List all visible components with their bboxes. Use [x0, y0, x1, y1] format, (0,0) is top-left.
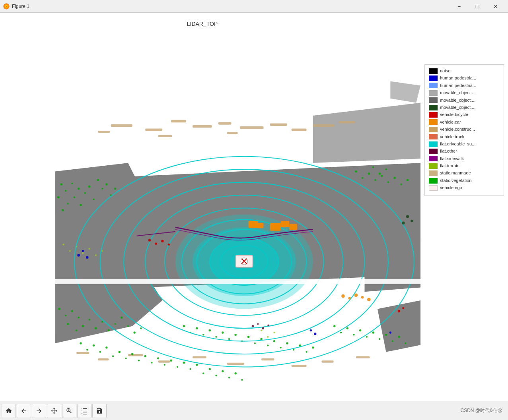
config-button[interactable]	[77, 404, 91, 418]
pan-button[interactable]	[47, 404, 61, 418]
title-bar-controls: − □ ✕	[450, 0, 505, 13]
svg-rect-32	[356, 356, 370, 358]
svg-point-103	[385, 168, 387, 170]
svg-point-121	[215, 336, 217, 338]
svg-point-95	[374, 179, 376, 181]
lidar-canvas[interactable]	[12, 37, 420, 401]
svg-point-36	[67, 203, 68, 205]
svg-rect-24	[98, 358, 109, 360]
svg-point-58	[95, 327, 97, 329]
legend-label: static.manmade	[440, 170, 471, 176]
legend-swatch	[429, 178, 438, 184]
svg-point-87	[215, 375, 217, 376]
svg-point-55	[76, 329, 77, 331]
legend-label: noise	[440, 68, 450, 74]
svg-rect-22	[227, 132, 238, 134]
save-button[interactable]	[92, 404, 107, 418]
svg-point-120	[209, 329, 211, 331]
svg-point-49	[114, 188, 116, 190]
svg-point-188	[402, 222, 405, 225]
svg-point-99	[400, 184, 402, 185]
svg-point-42	[84, 192, 86, 194]
maximize-button[interactable]: □	[468, 0, 487, 13]
svg-point-62	[121, 316, 123, 318]
minimize-button[interactable]: −	[450, 0, 468, 13]
svg-rect-27	[193, 356, 206, 358]
legend-item: noise	[429, 68, 500, 74]
svg-point-184	[314, 333, 316, 335]
svg-rect-31	[321, 360, 333, 362]
svg-point-123	[228, 338, 230, 340]
back-icon	[20, 407, 27, 414]
svg-point-72	[119, 351, 121, 353]
svg-point-102	[379, 172, 381, 174]
svg-point-91	[241, 379, 243, 381]
svg-point-73	[125, 358, 127, 359]
svg-rect-164	[270, 223, 281, 230]
svg-point-186	[406, 215, 409, 218]
legend-swatch	[429, 156, 438, 161]
legend-swatch	[429, 141, 438, 147]
legend-item: flat.sidewalk	[429, 156, 500, 162]
forward-button[interactable]	[32, 404, 46, 418]
svg-point-40	[74, 196, 75, 198]
svg-point-84	[196, 364, 198, 366]
svg-point-74	[131, 353, 133, 355]
legend-swatch	[429, 83, 438, 88]
svg-rect-16	[270, 124, 287, 126]
zoom-icon	[66, 407, 73, 414]
svg-point-169	[341, 294, 345, 298]
legend-swatch	[429, 119, 438, 125]
save-icon	[96, 407, 103, 414]
svg-rect-19	[339, 121, 355, 123]
svg-point-110	[372, 331, 374, 333]
svg-point-88	[222, 370, 224, 372]
svg-rect-17	[292, 128, 307, 131]
svg-point-52	[71, 310, 73, 312]
legend-item: movable_object....	[429, 105, 500, 110]
svg-point-68	[93, 345, 95, 346]
svg-point-93	[362, 177, 363, 179]
svg-point-45	[97, 179, 99, 181]
home-icon	[5, 407, 12, 414]
svg-point-61	[114, 323, 116, 325]
svg-point-140	[82, 252, 84, 254]
title-bar-left: Figure 1	[3, 3, 29, 10]
svg-point-78	[157, 357, 159, 359]
watermark: CSDN @时代&信念	[460, 407, 506, 414]
svg-rect-165	[281, 221, 290, 227]
pan-icon	[51, 407, 58, 414]
svg-point-183	[310, 329, 312, 331]
zoom-button[interactable]	[62, 404, 76, 418]
svg-point-92	[355, 170, 357, 172]
legend-item: movable_object....	[429, 97, 500, 103]
svg-point-111	[379, 338, 380, 340]
legend-item: static.vegetation	[429, 178, 500, 184]
svg-point-146	[273, 332, 275, 333]
svg-point-98	[393, 177, 395, 179]
close-button[interactable]: ✕	[487, 0, 505, 13]
svg-rect-28	[227, 363, 244, 365]
legend-label: movable_object....	[440, 105, 475, 110]
svg-point-133	[293, 349, 294, 350]
title-bar: Figure 1 − □ ✕	[0, 0, 508, 13]
svg-point-57	[88, 319, 90, 320]
svg-point-47	[105, 183, 107, 185]
svg-point-80	[170, 360, 172, 362]
svg-point-138	[69, 250, 71, 252]
svg-point-170	[348, 297, 350, 299]
svg-point-127	[254, 343, 256, 344]
back-button[interactable]	[17, 404, 31, 418]
svg-point-107	[353, 334, 354, 335]
svg-point-175	[155, 242, 157, 244]
plot-area: LIDAR_TOP	[0, 13, 508, 401]
svg-point-108	[359, 329, 361, 331]
svg-point-173	[367, 298, 371, 301]
svg-point-104	[333, 325, 335, 327]
home-button[interactable]	[2, 404, 16, 418]
svg-point-70	[105, 346, 107, 348]
svg-rect-30	[292, 365, 307, 367]
svg-point-65	[140, 327, 142, 329]
svg-point-136	[312, 346, 314, 348]
svg-point-50	[58, 308, 60, 310]
